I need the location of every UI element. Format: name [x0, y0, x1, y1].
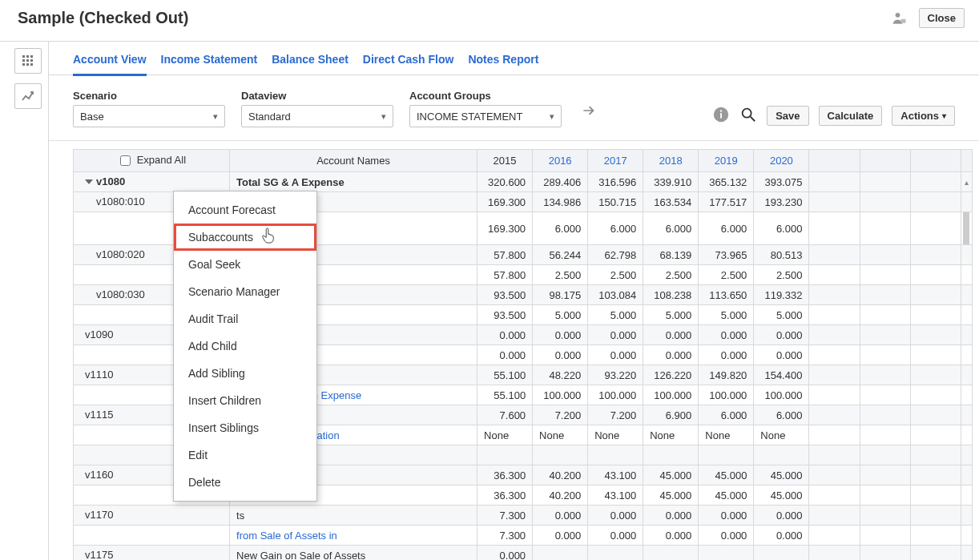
cell-value[interactable]: 0.000	[533, 506, 588, 526]
cell-value[interactable]: 93.500	[477, 305, 533, 325]
cell-value[interactable]: 0.000	[699, 506, 754, 526]
cell-value[interactable]: 5.000	[533, 305, 588, 325]
cell-value[interactable]: 0.000	[477, 325, 533, 345]
cell-value[interactable]: 100.000	[754, 385, 809, 405]
cell-value[interactable]: 177.517	[699, 192, 754, 212]
ctx-audit-trail[interactable]: Audit Trail	[174, 305, 316, 332]
ctx-account-forecast[interactable]: Account Forecast	[174, 196, 316, 224]
scroll-up-icon[interactable]: ▴	[961, 178, 972, 187]
cell-value[interactable]	[588, 546, 643, 561]
cell-value[interactable]: 7.600	[477, 405, 533, 425]
tab-notes-report[interactable]: Notes Report	[468, 53, 538, 75]
cell-value[interactable]: 7.200	[588, 405, 643, 425]
cell-value[interactable]: 0.000	[588, 345, 643, 365]
cell-value[interactable]: 43.100	[588, 465, 643, 485]
search-icon[interactable]	[739, 106, 757, 126]
cell-value[interactable]: 5.000	[699, 305, 754, 325]
scroll-gutter[interactable]	[961, 192, 973, 212]
cell-value[interactable]: 2.500	[643, 265, 699, 285]
user-icon[interactable]	[892, 10, 908, 26]
cell-value[interactable]: 80.513	[754, 245, 809, 265]
cell-value[interactable]: 56.244	[533, 245, 588, 265]
scroll-gutter[interactable]: ▴	[961, 172, 973, 192]
cell-value[interactable]	[533, 546, 588, 561]
cell-value[interactable]: 100.000	[533, 385, 588, 405]
chart-view-icon[interactable]	[14, 83, 42, 109]
tab-balance-sheet[interactable]: Balance Sheet	[272, 53, 348, 75]
cell-value[interactable]	[477, 445, 533, 465]
cell-value[interactable]	[588, 445, 643, 465]
cell-value[interactable]: 0.000	[699, 526, 754, 546]
col-year-2020[interactable]: 2020	[754, 150, 809, 172]
cell-value[interactable]: 45.000	[699, 485, 754, 506]
row-name[interactable]: from Sale of Assets in	[230, 526, 477, 546]
cell-value[interactable]	[699, 445, 754, 465]
calculate-button[interactable]: Calculate	[819, 106, 883, 126]
cell-value[interactable]: 0.000	[588, 325, 643, 345]
cell-value[interactable]: 45.000	[754, 465, 809, 485]
cell-value[interactable]: 73.965	[699, 245, 754, 265]
cell-value[interactable]: 5.000	[754, 305, 809, 325]
cell-value[interactable]: 0.000	[754, 506, 809, 526]
cell-value[interactable]: 93.220	[588, 365, 643, 385]
cell-value[interactable]: 7.300	[477, 506, 533, 526]
scenario-select[interactable]: Base ▾	[73, 105, 225, 127]
cell-value[interactable]: 169.300	[477, 212, 533, 245]
cell-value[interactable]: 2.500	[588, 265, 643, 285]
col-year-2016[interactable]: 2016	[533, 150, 588, 172]
dataview-select[interactable]: Standard ▾	[241, 105, 393, 127]
cell-value[interactable]: 45.000	[699, 465, 754, 485]
cell-value[interactable]: None	[588, 425, 643, 445]
cell-value[interactable]: 2.500	[533, 265, 588, 285]
cell-value[interactable]: 0.000	[533, 345, 588, 365]
cell-value[interactable]: 6.000	[533, 212, 588, 245]
save-button[interactable]: Save	[767, 106, 808, 126]
cell-value[interactable]: 5.000	[588, 305, 643, 325]
cell-value[interactable]: 100.000	[643, 385, 699, 405]
cell-value[interactable]: 0.000	[643, 345, 699, 365]
cell-value[interactable]: 365.132	[699, 172, 754, 192]
col-year-2018[interactable]: 2018	[643, 150, 699, 172]
scrollbar-thumb[interactable]	[963, 212, 969, 244]
cell-value[interactable]: 6.000	[699, 405, 754, 425]
cell-value[interactable]: None	[533, 425, 588, 445]
cell-value[interactable]: 100.000	[699, 385, 754, 405]
cell-value[interactable]: 6.900	[643, 405, 699, 425]
ctx-edit[interactable]: Edit	[174, 441, 316, 469]
col-year-2017[interactable]: 2017	[588, 150, 643, 172]
cell-value[interactable]: 7.300	[477, 526, 533, 546]
cell-value[interactable]: 36.300	[477, 485, 533, 506]
cell-value[interactable]: 62.798	[588, 245, 643, 265]
ctx-insert-children[interactable]: Insert Children	[174, 387, 316, 414]
ctx-add-sibling[interactable]: Add Sibling	[174, 360, 316, 387]
cell-value[interactable]: 45.000	[754, 485, 809, 506]
cell-value[interactable]: 43.100	[588, 485, 643, 506]
cell-value[interactable]: 316.596	[588, 172, 643, 192]
scroll-gutter[interactable]	[961, 212, 973, 245]
cell-value[interactable]: 119.332	[754, 285, 809, 305]
collapse-triangle-icon[interactable]	[85, 179, 93, 184]
cell-value[interactable]: 6.000	[754, 405, 809, 425]
tab-income-statement[interactable]: Income Statement	[161, 53, 258, 75]
cell-value[interactable]: 154.400	[754, 365, 809, 385]
cell-value[interactable]	[643, 546, 699, 561]
cell-value[interactable]: 0.000	[588, 526, 643, 546]
cell-value[interactable]: 55.100	[477, 365, 533, 385]
cell-value[interactable]: 2.500	[699, 265, 754, 285]
cell-value[interactable]: 40.200	[533, 465, 588, 485]
cell-value[interactable]: 57.800	[477, 265, 533, 285]
cell-value[interactable]	[754, 546, 809, 561]
grid-view-icon[interactable]	[14, 48, 42, 74]
ctx-insert-siblings[interactable]: Insert Siblings	[174, 414, 316, 441]
cell-value[interactable]: 0.000	[754, 526, 809, 546]
cell-value[interactable]: 0.000	[477, 546, 533, 561]
expand-all-checkbox[interactable]	[120, 155, 131, 166]
ctx-scenario-manager[interactable]: Scenario Manager	[174, 278, 316, 305]
close-button[interactable]: Close	[919, 8, 965, 28]
cell-value[interactable]: 193.230	[754, 192, 809, 212]
cell-value[interactable]: 6.000	[588, 212, 643, 245]
table-row[interactable]: v1175New Gain on Sale of Assets0.000	[74, 546, 973, 561]
cell-value[interactable]: 103.084	[588, 285, 643, 305]
cell-value[interactable]: 289.406	[533, 172, 588, 192]
cell-value[interactable]: None	[754, 425, 809, 445]
